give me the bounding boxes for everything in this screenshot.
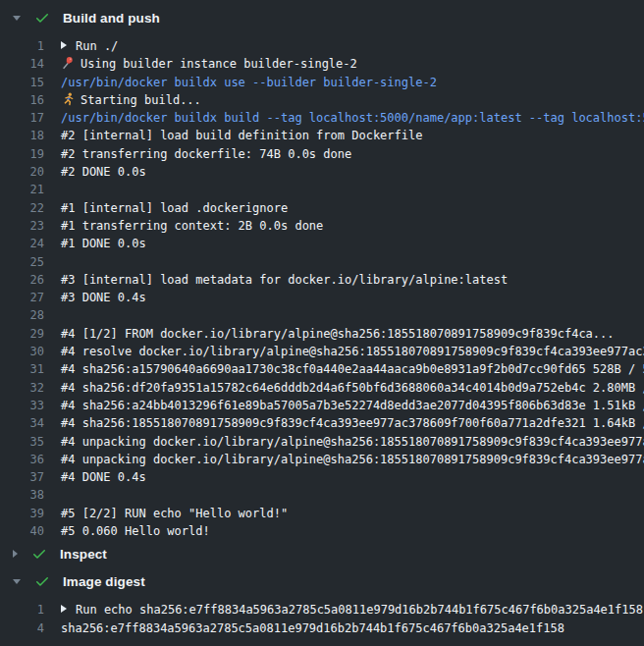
log-line: 37#4 DONE 0.4s (0, 468, 644, 486)
log-text: #2 DONE 0.0s (61, 163, 146, 181)
log-line: 36#4 unpacking docker.io/library/alpine@… (0, 451, 644, 468)
line-number[interactable]: 34 (0, 414, 44, 432)
line-number[interactable]: 21 (0, 181, 44, 198)
log-line: 26#3 [internal] load metadata for docker… (0, 271, 644, 289)
step-header-inspect[interactable]: Inspect (0, 540, 644, 567)
line-number[interactable]: 25 (0, 253, 44, 271)
log-text: Run echo sha256:e7ff8834a5963a2785c5a081… (61, 601, 643, 619)
log-text: #2 transferring dockerfile: 74B 0.0s don… (61, 145, 351, 163)
step-header-image-digest[interactable]: Image digest (0, 567, 644, 595)
actions-log-viewer: Build and push 1Run ./14Using builder in… (0, 0, 644, 646)
log-line: 30#4 resolve docker.io/library/alpine@sh… (0, 343, 644, 360)
line-number[interactable]: 16 (0, 91, 44, 109)
log-text: #2 [internal] load build definition from… (61, 127, 422, 144)
log-text: #4 resolve docker.io/library/alpine@sha2… (61, 343, 644, 360)
log-text: Starting build... (61, 91, 201, 109)
log-line: 34#4 sha256:185518070891758909c9f839cf4c… (0, 414, 644, 432)
line-number[interactable]: 26 (0, 271, 44, 289)
line-number[interactable]: 39 (0, 505, 44, 522)
log-line: 15/usr/bin/docker buildx use --builder b… (0, 74, 644, 91)
log-line: 24#1 DONE 0.0s (0, 235, 644, 252)
log-line: 22#1 [internal] load .dockerignore (0, 199, 644, 217)
log-line: 32#4 sha256:df20fa9351a15782c64e6dddb2d4… (0, 379, 644, 397)
line-number[interactable]: 32 (0, 379, 44, 397)
line-number[interactable]: 29 (0, 325, 44, 343)
log-text: #4 DONE 0.4s (61, 468, 146, 486)
line-number[interactable]: 36 (0, 451, 44, 468)
log-line: 38 (0, 486, 644, 504)
success-check-icon (34, 10, 50, 26)
log-line: 27#3 DONE 0.4s (0, 289, 644, 306)
log-text: #3 [internal] load metadata for docker.i… (61, 271, 508, 289)
log-text: #1 [internal] load .dockerignore (61, 199, 288, 217)
line-number[interactable]: 37 (0, 468, 44, 486)
log-line: 29#4 [1/2] FROM docker.io/library/alpine… (0, 325, 644, 343)
line-number[interactable]: 33 (0, 397, 44, 414)
step-title: Image digest (63, 574, 145, 589)
log-text: #1 DONE 0.0s (61, 235, 146, 252)
log-text: #4 unpacking docker.io/library/alpine@sh… (61, 433, 644, 451)
log-line: 4sha256:e7ff8834a5963a2785c5a0811e979d16… (0, 619, 644, 637)
log-line: 39#5 [2/2] RUN echo "Hello world!" (0, 505, 644, 522)
chevron-down-icon[interactable] (13, 579, 21, 584)
log-line: 31#4 sha256:a15790640a6690aa1730c38cf0a4… (0, 360, 644, 378)
line-number[interactable]: 27 (0, 289, 44, 306)
log-line: 1Run echo sha256:e7ff8834a5963a2785c5a08… (0, 601, 644, 619)
line-number[interactable]: 1 (0, 37, 44, 55)
log-line: 18#2 [internal] load build definition fr… (0, 127, 644, 144)
log-line: 25 (0, 253, 644, 271)
log-text: #4 sha256:a15790640a6690aa1730c38cf0a440… (61, 360, 644, 378)
log-text: /usr/bin/docker buildx use --builder bui… (61, 74, 437, 91)
log-text: #5 [2/2] RUN echo "Hello world!" (61, 505, 288, 522)
line-number[interactable]: 22 (0, 199, 44, 217)
line-number[interactable]: 38 (0, 486, 44, 504)
log-line: 17/usr/bin/docker buildx build --tag loc… (0, 109, 644, 127)
expand-group-icon[interactable] (61, 605, 67, 613)
expand-group-icon[interactable] (61, 41, 67, 49)
runner-icon (61, 92, 75, 106)
log-text: Using builder instance builder-single-2 (61, 55, 357, 73)
step-header-build-and-push[interactable]: Build and push (0, 4, 644, 31)
log-text: #3 DONE 0.4s (61, 289, 146, 306)
log-text: /usr/bin/docker buildx build --tag local… (61, 109, 644, 127)
log-text: #4 sha256:a24bb4013296f61e89ba57005a7b3e… (61, 397, 644, 414)
log-text: #4 sha256:185518070891758909c9f839cf4ca3… (61, 414, 644, 432)
line-number[interactable]: 14 (0, 55, 44, 73)
log-line: 21 (0, 181, 644, 198)
success-check-icon (31, 546, 47, 562)
log-text: Run ./ (61, 37, 118, 55)
line-number[interactable]: 23 (0, 217, 44, 235)
step-section-build-and-push: Build and push 1Run ./14Using builder in… (0, 4, 644, 540)
line-number[interactable]: 31 (0, 360, 44, 378)
step-section-image-digest: Image digest 1Run echo sha256:e7ff8834a5… (0, 567, 644, 637)
line-number[interactable]: 28 (0, 306, 44, 324)
line-number[interactable]: 24 (0, 235, 44, 252)
log-text: #4 sha256:df20fa9351a15782c64e6dddb2d4a6… (61, 379, 644, 397)
log-line: 16Starting build... (0, 91, 644, 109)
line-number[interactable]: 19 (0, 145, 44, 163)
line-number[interactable]: 1 (0, 601, 44, 619)
log-text: #5 0.060 Hello world! (61, 522, 210, 540)
line-number[interactable]: 17 (0, 109, 44, 127)
chevron-down-icon[interactable] (13, 16, 21, 21)
line-number[interactable]: 4 (0, 619, 44, 637)
line-number[interactable]: 30 (0, 343, 44, 360)
log-line: 28 (0, 306, 644, 324)
step-title: Build and push (63, 11, 160, 26)
log-line: 19#2 transferring dockerfile: 74B 0.0s d… (0, 145, 644, 163)
line-number[interactable]: 15 (0, 74, 44, 91)
log-line: 33#4 sha256:a24bb4013296f61e89ba57005a7b… (0, 397, 644, 414)
log-line: 20#2 DONE 0.0s (0, 163, 644, 181)
log-text: #4 [1/2] FROM docker.io/library/alpine@s… (61, 325, 615, 343)
line-number[interactable]: 35 (0, 433, 44, 451)
step-log: 1Run echo sha256:e7ff8834a5963a2785c5a08… (0, 601, 644, 637)
line-number[interactable]: 40 (0, 522, 44, 540)
log-line: 40#5 0.060 Hello world! (0, 522, 644, 540)
log-text: sha256:e7ff8834a5963a2785c5a0811e979d16b… (61, 619, 564, 637)
chevron-right-icon[interactable] (13, 550, 18, 558)
log-line: 23#1 transferring context: 2B 0.0s done (0, 217, 644, 235)
line-number[interactable]: 20 (0, 163, 44, 181)
step-log: 1Run ./14Using builder instance builder-… (0, 37, 644, 540)
log-line: 14Using builder instance builder-single-… (0, 55, 644, 73)
line-number[interactable]: 18 (0, 127, 44, 144)
